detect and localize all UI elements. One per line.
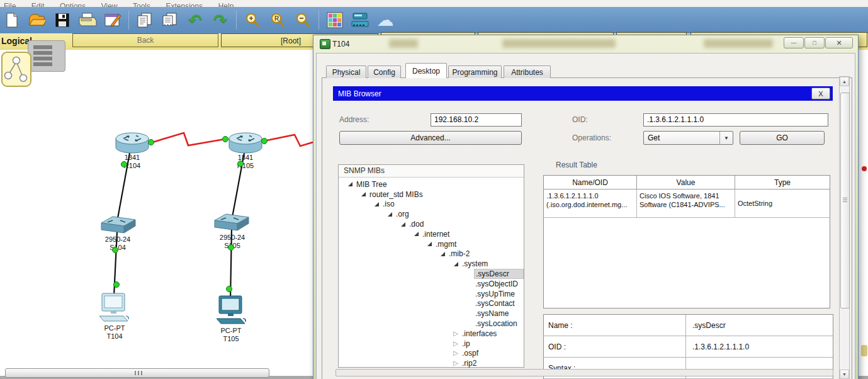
maximize-button[interactable]: □ bbox=[804, 37, 825, 48]
router-r104-label: 1841R104 bbox=[106, 154, 159, 170]
pc-t105[interactable] bbox=[215, 295, 248, 326]
scrollbar-grip bbox=[843, 198, 847, 203]
tree-item-syslocation[interactable]: .sysLocation bbox=[339, 319, 524, 329]
tab-programming[interactable]: Programming bbox=[448, 65, 502, 78]
tab-attributes[interactable]: Attributes bbox=[504, 65, 551, 78]
result-table[interactable]: Name/OID Value Type .1.3.6.1.2.1.1.1.0(.… bbox=[543, 175, 830, 308]
close-button[interactable]: ✕ bbox=[825, 37, 853, 48]
snmp-mib-tree-panel: SNMP MIBs MIB Tree router_std MIBs .iso … bbox=[338, 164, 524, 368]
device-sliver bbox=[861, 345, 867, 356]
detail-value: .sysDescr bbox=[686, 315, 833, 336]
packet-tracer-screen: { "menu": { "items": [ {"label": "File"}… bbox=[0, 0, 868, 379]
tree-item-system[interactable]: .system bbox=[339, 259, 524, 269]
dialog-title: T104 bbox=[332, 40, 349, 48]
tab-desktop[interactable]: Desktop bbox=[405, 63, 447, 78]
address-label: Address: bbox=[339, 115, 369, 124]
column-value[interactable]: Value bbox=[637, 176, 735, 189]
pc-t105-label: PC-PTT105 bbox=[205, 327, 257, 343]
result-table-label: Result Table bbox=[556, 161, 597, 169]
tree-item-mib-tree[interactable]: MIB Tree bbox=[339, 179, 524, 190]
scroll-up-arrow[interactable]: ▲ bbox=[840, 77, 849, 86]
mib-browser-titlebar: MIB Browser bbox=[333, 86, 833, 101]
column-name-oid[interactable]: Name/OID bbox=[544, 176, 637, 189]
address-input[interactable]: 192.168.10.2 bbox=[431, 113, 522, 127]
tree-item-ospf[interactable]: ▷.ospf bbox=[339, 349, 524, 359]
tree-item-mib-2[interactable]: .mib-2 bbox=[339, 249, 524, 259]
switch-s105-label: 2950-24S105 bbox=[206, 234, 259, 250]
operations-label: Operations: bbox=[572, 133, 611, 142]
scrollbar-thumb[interactable] bbox=[840, 93, 850, 308]
switch-s104[interactable] bbox=[99, 214, 138, 235]
switch-s104-label: 2950-24S104 bbox=[91, 235, 144, 252]
result-type-cell: OctetString bbox=[735, 190, 830, 217]
tree-header: SNMP MIBs bbox=[339, 165, 524, 178]
result-value-cell: Cisco IOS Software, 1841Software (C1841-… bbox=[637, 190, 735, 217]
tree-item-dod[interactable]: .dod bbox=[339, 219, 524, 229]
glass-blur-artifact bbox=[389, 39, 418, 48]
minimize-button[interactable]: — bbox=[784, 37, 804, 48]
tree-item-iso[interactable]: .iso bbox=[339, 200, 524, 210]
mib-browser-title: MIB Browser bbox=[333, 89, 381, 98]
detail-value: .1.3.6.1.2.1.1.1.0 bbox=[686, 336, 833, 357]
detail-row-oid: OID : .1.3.6.1.2.1.1.1.0 bbox=[544, 336, 833, 358]
tree-item-ip[interactable]: ▷.ip bbox=[339, 339, 524, 349]
serial-link-sliver bbox=[862, 166, 867, 171]
tree-item-sysname[interactable]: .sysName bbox=[339, 308, 524, 319]
tab-config[interactable]: Config bbox=[368, 65, 401, 78]
oid-input[interactable]: .1.3.6.1.2.1.1.1.0 bbox=[643, 113, 828, 127]
glass-blur-artifact bbox=[704, 39, 773, 48]
mib-bottom-strip bbox=[335, 369, 833, 376]
tree-item-syscontact[interactable]: .sysContact bbox=[339, 299, 524, 309]
detail-row-name: Name : .sysDescr bbox=[544, 315, 833, 336]
router-r105[interactable] bbox=[228, 131, 263, 155]
chevron-down-icon: ▼ bbox=[719, 132, 733, 144]
result-name-oid-cell: .1.3.6.1.2.1.1.1.0(.iso.org.dod.internet… bbox=[544, 190, 637, 217]
dialog-titlebar[interactable]: T104 — □ ✕ bbox=[313, 35, 858, 53]
router-r105-label: 1841R105 bbox=[219, 154, 272, 170]
router-r104[interactable] bbox=[115, 131, 150, 155]
scroll-down-arrow[interactable]: ▼ bbox=[840, 370, 849, 379]
tree-item-sysobjectid[interactable]: .sysObjectID bbox=[339, 279, 524, 289]
mib-close-button[interactable]: X bbox=[811, 88, 830, 99]
operations-select[interactable]: Get ▼ bbox=[643, 131, 733, 145]
glass-blur-artifact bbox=[502, 39, 616, 48]
device-dialog-icon bbox=[320, 39, 330, 49]
tree-item-internet[interactable]: .internet bbox=[339, 229, 524, 239]
pc-t104[interactable] bbox=[98, 292, 131, 324]
dialog-vertical-scrollbar[interactable]: ▲ ▼ bbox=[839, 76, 850, 379]
operations-selected-value: Get bbox=[644, 133, 719, 142]
mib-tree: MIB Tree router_std MIBs .iso .org .dod … bbox=[339, 178, 524, 368]
tree-item-interfaces[interactable]: ▷.interfaces bbox=[339, 329, 524, 339]
column-type[interactable]: Type bbox=[735, 176, 830, 189]
oid-label: OID: bbox=[572, 115, 588, 124]
tree-item-org[interactable]: .org bbox=[339, 209, 524, 219]
result-table-header: Name/OID Value Type bbox=[544, 176, 830, 190]
pc-t104-label: PC-PTT104 bbox=[88, 324, 141, 341]
tree-item-router-std-mibs[interactable]: router_std MIBs bbox=[339, 190, 524, 200]
detail-label: Name : bbox=[544, 315, 686, 336]
switch-s105[interactable] bbox=[212, 212, 251, 233]
tree-item-rip2[interactable]: ▷.rip2 bbox=[339, 358, 524, 368]
advanced-button[interactable]: Advanced... bbox=[339, 131, 522, 145]
tree-item-sysdescr[interactable]: .sysDescr bbox=[339, 269, 524, 279]
tab-physical[interactable]: Physical bbox=[326, 65, 366, 78]
tree-item-mgmt[interactable]: .mgmt bbox=[339, 239, 524, 249]
go-button[interactable]: GO bbox=[740, 131, 825, 145]
device-dialog-t104: T104 — □ ✕ Physical Config Desktop Progr… bbox=[313, 35, 859, 379]
result-row[interactable]: .1.3.6.1.2.1.1.1.0(.iso.org.dod.internet… bbox=[544, 190, 830, 218]
detail-label: OID : bbox=[544, 336, 686, 357]
tree-item-sysuptime[interactable]: .sysUpTime bbox=[339, 289, 524, 299]
